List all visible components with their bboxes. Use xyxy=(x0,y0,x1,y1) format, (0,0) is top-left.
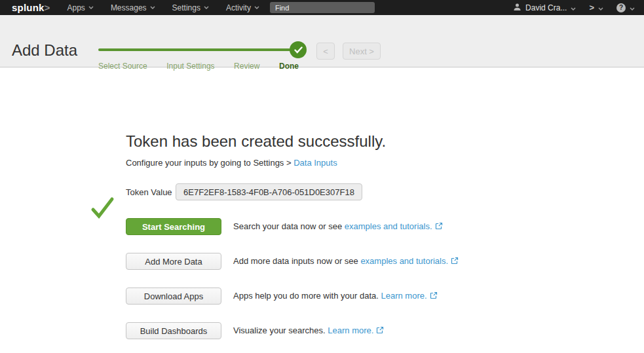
action-row-add-data: Add More Data Add more data inputs now o… xyxy=(126,253,644,270)
chevron-down-icon xyxy=(630,3,635,12)
splunk-logo[interactable]: splunk> xyxy=(12,2,50,13)
help-icon: ? xyxy=(616,3,626,12)
data-inputs-link[interactable]: Data Inputs xyxy=(294,158,337,168)
action-text: Add more data inputs now or see xyxy=(233,256,360,266)
learn-more-link[interactable]: Learn more. xyxy=(381,291,426,301)
start-searching-button[interactable]: Start Searching xyxy=(126,218,221,235)
progress-line xyxy=(98,48,291,51)
subtitle-text: Configure your inputs by going to Settin… xyxy=(126,158,294,168)
examples-tutorials-link[interactable]: examples and tutorials. xyxy=(345,221,432,231)
action-row-dashboards: Build Dashboards Visualize your searches… xyxy=(126,322,644,339)
page-title: Add Data xyxy=(12,41,77,60)
action-desc-search: Search your data now or see examples and… xyxy=(233,221,443,232)
nav-menu-activity-label: Activity xyxy=(226,3,251,12)
download-apps-button[interactable]: Download Apps xyxy=(126,288,221,305)
action-desc-apps: Apps help you do more with your data. Le… xyxy=(233,291,438,301)
action-row-search: Start Searching Search your data now or … xyxy=(126,218,644,235)
nav-menu-apps[interactable]: Apps xyxy=(67,3,94,12)
back-button[interactable]: < xyxy=(316,43,335,60)
success-title: Token has been created successfully. xyxy=(126,132,644,151)
examples-tutorials-link[interactable]: examples and tutorials. xyxy=(360,256,448,266)
user-menu[interactable]: David Cra... xyxy=(513,3,576,13)
chevron-down-icon xyxy=(254,6,259,9)
share-icon: > xyxy=(589,3,594,12)
nav-menu-messages[interactable]: Messages xyxy=(111,3,155,12)
action-desc-add-data: Add more data inputs now or see examples… xyxy=(233,256,459,267)
user-name-label: David Cra... xyxy=(525,3,567,12)
action-text: Apps help you do more with your data. xyxy=(233,291,381,301)
nav-menu-settings-label: Settings xyxy=(172,3,200,12)
find-search-input[interactable] xyxy=(270,2,375,13)
nav-right-group: David Cra... > ? xyxy=(513,3,635,13)
chevron-down-icon xyxy=(88,6,94,9)
top-nav-bar: splunk> Apps Messages Settings Activity … xyxy=(0,0,644,15)
done-check-icon xyxy=(290,41,307,58)
success-check-icon xyxy=(89,196,115,223)
chevron-down-icon xyxy=(598,3,603,12)
help-menu[interactable]: ? xyxy=(616,3,635,12)
action-text: Visualize your searches. xyxy=(233,325,328,335)
wizard-nav-buttons: < Next > xyxy=(316,43,381,60)
external-link-icon xyxy=(430,291,438,301)
nav-menu-settings[interactable]: Settings xyxy=(172,3,209,12)
user-icon xyxy=(513,3,521,13)
external-link-icon xyxy=(451,257,459,267)
nav-menu-activity[interactable]: Activity xyxy=(226,3,259,12)
progress-track xyxy=(98,41,299,58)
learn-more-link[interactable]: Learn more. xyxy=(328,325,373,335)
action-text: Search your data now or see xyxy=(233,221,345,231)
token-row: Token Value 6E7F2EF8-1583-4F0B-A706-051D… xyxy=(126,183,644,200)
action-desc-dashboards: Visualize your searches. Learn more. xyxy=(233,325,384,336)
external-link-icon xyxy=(376,326,384,336)
splunk-logo-chevron: > xyxy=(45,2,50,13)
wizard-header: Add Data Select Source Input Settings Re… xyxy=(0,15,644,67)
nav-menu-apps-label: Apps xyxy=(67,3,85,12)
chevron-down-icon xyxy=(571,3,576,12)
action-row-apps: Download Apps Apps help you do more with… xyxy=(126,288,644,305)
main-content: Token has been created successfully. Con… xyxy=(0,67,644,339)
token-value-field[interactable]: 6E7F2EF8-1583-4F0B-A706-051D0E307F18 xyxy=(176,183,362,200)
next-button[interactable]: Next > xyxy=(343,43,381,60)
success-subtitle: Configure your inputs by going to Settin… xyxy=(126,158,644,168)
nav-menu-messages-label: Messages xyxy=(111,3,147,12)
token-value-label: Token Value xyxy=(126,187,176,197)
external-link-icon xyxy=(435,222,443,232)
build-dashboards-button[interactable]: Build Dashboards xyxy=(126,322,221,339)
chevron-down-icon xyxy=(150,6,155,9)
chevron-down-icon xyxy=(204,6,209,9)
share-menu[interactable]: > xyxy=(589,3,603,12)
add-more-data-button[interactable]: Add More Data xyxy=(126,253,221,270)
wizard-progress: Select Source Input Settings Review Done xyxy=(98,41,299,71)
splunk-logo-text: splunk xyxy=(12,2,45,13)
